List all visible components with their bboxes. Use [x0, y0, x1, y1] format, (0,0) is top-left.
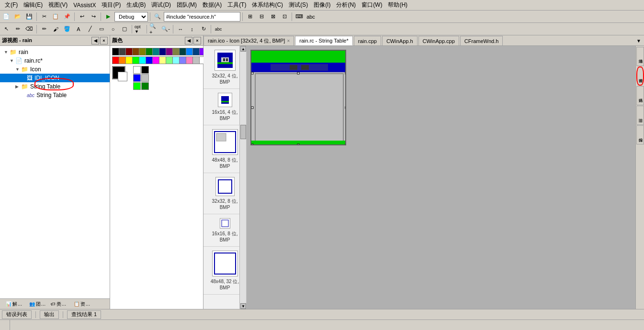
menu-window[interactable]: 窗口(W): [359, 0, 385, 10]
toolbar-new[interactable]: 📄: [1, 11, 11, 22]
tab-cwinapp-h[interactable]: CWinApp.h: [382, 36, 418, 45]
toolbar-misc6[interactable]: abc: [305, 11, 316, 22]
menu-debug[interactable]: 调试(D): [148, 0, 174, 10]
toolbar2-btn3[interactable]: ⌫: [24, 24, 34, 34]
menu-file[interactable]: 文(F): [2, 0, 21, 10]
menu-test[interactable]: 测试(S): [286, 0, 311, 10]
toolbar2-zoom1[interactable]: 🔍+: [149, 24, 159, 34]
toolbar2-abc[interactable]: abc: [213, 24, 224, 34]
expand-rain-rc[interactable]: ▼: [10, 58, 15, 63]
toolbar2-opt[interactable]: opt ▼: [134, 24, 145, 34]
tab-rain-ico[interactable]: rain.ico - Icon [32x32, 4 位, BMP] ×: [203, 36, 294, 45]
toolbar2-fill[interactable]: 🪣: [62, 24, 72, 34]
toolbar2-flip-v[interactable]: ↕: [187, 24, 197, 34]
toolbar-misc2[interactable]: ⊟: [256, 11, 267, 22]
tree-item-string-folder[interactable]: ▶ 📁 String Table: [0, 82, 110, 91]
menu-build[interactable]: 生成(B): [124, 0, 148, 10]
toolbar-cut[interactable]: ✂: [39, 11, 49, 22]
toolbar-search[interactable]: 🔍: [152, 11, 163, 22]
toolbar2-zoom2[interactable]: 🔍-: [160, 24, 171, 34]
tree-view[interactable]: ▼ 📁 rain ▼ 📄 rain.rc* ▼ 📁 Icon: [0, 46, 110, 298]
menu-view[interactable]: 视图(V): [45, 0, 70, 10]
sidebar-btn-5[interactable]: 编拧: [636, 125, 644, 144]
custom-color-4[interactable]: [141, 74, 149, 82]
tree-item-icon-folder[interactable]: ▼ 📁 Icon: [0, 65, 110, 74]
toolbar2-btn1[interactable]: ↖: [1, 24, 11, 34]
icon-pixel-editor[interactable]: [250, 50, 346, 147]
sidebar-btn-1[interactable]: 细涌: [636, 47, 644, 66]
toolbar-copy[interactable]: 📋: [50, 11, 61, 22]
panel-btn4[interactable]: 📋 资…: [70, 300, 94, 308]
scroll-up-btn[interactable]: ▲: [240, 46, 246, 52]
menu-team[interactable]: 团队(M): [174, 0, 200, 10]
panel-btn3[interactable]: 🏷 类…: [49, 300, 68, 308]
color-background[interactable]: [118, 72, 127, 81]
tab-cwinapp-cpp[interactable]: CWinApp.cpp: [418, 36, 459, 45]
toolbar-misc5[interactable]: ⌨: [294, 11, 305, 22]
menu-help[interactable]: 帮助(H): [385, 0, 410, 10]
sidebar-btn-4[interactable]: 旧旧: [636, 106, 644, 125]
toolbar-misc1[interactable]: ⊞: [245, 11, 255, 22]
custom-color-5[interactable]: [133, 82, 141, 90]
toolbar2-text[interactable]: A: [73, 24, 84, 34]
custom-color-1[interactable]: [133, 66, 141, 74]
scroll-down-btn[interactable]: ▼: [240, 303, 246, 309]
tab-rain-rc[interactable]: rain.rc - String Table*: [295, 36, 353, 45]
tree-item-rain-rc[interactable]: ▼ 📄 rain.rc*: [0, 56, 110, 65]
tab-cframewnd-h[interactable]: CFrameWnd.h: [460, 36, 503, 45]
menu-analyze[interactable]: 分析(N): [333, 0, 359, 10]
icon-list-scrollbar[interactable]: ▲ ▼: [239, 46, 246, 309]
bottom-tab-errors[interactable]: 错误列表: [2, 310, 32, 319]
tree-item-string-table[interactable]: abc String Table: [0, 91, 110, 99]
tab-close-rain-ico[interactable]: ×: [287, 38, 290, 44]
bottom-tab-find[interactable]: 查找结果 1: [67, 310, 101, 319]
toolbar2-flip-h[interactable]: ↔: [175, 24, 186, 34]
custom-color-2[interactable]: [141, 66, 149, 74]
menu-project[interactable]: 项目(P): [99, 0, 124, 10]
color-panel-pin-btn[interactable]: ◀: [185, 37, 192, 44]
bottom-tab-output[interactable]: 输出: [40, 310, 59, 319]
menu-arch[interactable]: 体系结构(C): [249, 0, 286, 10]
include-input[interactable]: [164, 12, 240, 22]
expand-string-folder[interactable]: ▶: [15, 84, 21, 89]
toolbar-redo[interactable]: ↪: [88, 11, 99, 22]
custom-color-3[interactable]: [133, 74, 141, 82]
menu-edit[interactable]: 编辑(E): [21, 0, 45, 10]
panel-pin-btn[interactable]: ◀: [91, 37, 99, 44]
toolbar-misc3[interactable]: ⊠: [268, 11, 278, 22]
tree-item-rain[interactable]: ▼ 📁 rain: [0, 48, 110, 56]
menu-tools[interactable]: 工具(T): [225, 0, 249, 10]
color-panel-close-btn[interactable]: ×: [193, 37, 201, 44]
toolbar2-round-rect[interactable]: ▢: [119, 24, 130, 34]
menu-vassistx[interactable]: VAssistX: [70, 1, 99, 10]
toolbar-misc4[interactable]: ⊡: [279, 11, 290, 22]
scroll-thumb[interactable]: [240, 125, 246, 139]
toolbar2-rotate[interactable]: ↻: [198, 24, 209, 34]
toolbar2-rect[interactable]: ▭: [96, 24, 107, 34]
panel-close-btn[interactable]: ×: [100, 37, 108, 44]
toolbar2-ellipse[interactable]: ○: [108, 24, 118, 34]
toolbar2-line[interactable]: ╱: [85, 24, 95, 34]
toolbar-undo[interactable]: ↩: [77, 11, 87, 22]
tab-overflow-btn[interactable]: ▼: [633, 36, 644, 45]
toolbar-paste[interactable]: 📌: [62, 11, 72, 22]
toolbar-open[interactable]: 📂: [12, 11, 23, 22]
menu-data[interactable]: 数据(A): [200, 0, 225, 10]
debug-config-dropdown[interactable]: Debug: [114, 12, 148, 22]
menu-image[interactable]: 图像(I): [311, 0, 333, 10]
sidebar-btn-3[interactable]: 源码: [636, 86, 644, 105]
toolbar-save[interactable]: 💾: [24, 11, 34, 22]
color-foreground[interactable]: [112, 66, 125, 79]
tree-item-idi-icon[interactable]: 🖼 IDI_ICON: [0, 74, 110, 82]
expand-rain[interactable]: ▼: [4, 50, 10, 55]
panel-btn1[interactable]: 📊 解…: [2, 300, 26, 308]
custom-color-6[interactable]: [141, 82, 149, 90]
toolbar2-pencil[interactable]: ✏: [39, 24, 49, 34]
sidebar-btn-2-highlighted[interactable]: 调帮: [636, 66, 644, 86]
toolbar-run[interactable]: ▶: [103, 11, 113, 22]
panel-btn2[interactable]: 👥 团…: [28, 300, 47, 308]
toolbar2-brush[interactable]: 🖌: [50, 24, 61, 34]
tab-rain-cpp[interactable]: rain.cpp: [354, 36, 381, 45]
toolbar2-btn2[interactable]: ✏: [12, 24, 23, 34]
expand-icon-folder[interactable]: ▼: [15, 67, 21, 72]
